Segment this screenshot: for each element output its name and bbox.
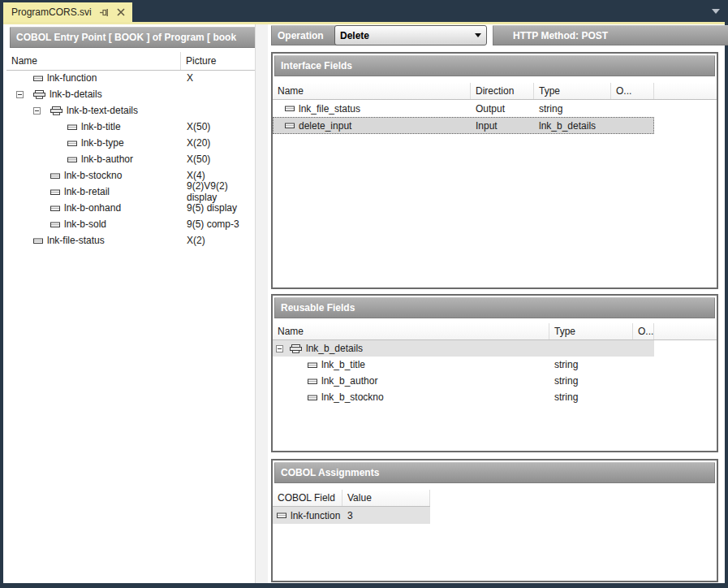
document-tab[interactable]: ProgramCORS.svi [3, 2, 132, 22]
elementary-item-icon [307, 361, 318, 369]
elementary-item-icon [67, 123, 78, 131]
tree-row[interactable]: lnk-functionX [6, 70, 255, 86]
tree-expander[interactable] [276, 345, 289, 352]
application-window: ProgramCORS.svi COBOL Entry Point [ BOOK… [0, 0, 728, 588]
tree-row[interactable]: lnk-b-text-details [6, 102, 255, 119]
tree-item-name: lnk-file-status [47, 235, 105, 246]
reusable-fields-title: Reusable Fields [274, 297, 715, 318]
column-header-value[interactable]: Value [342, 490, 430, 506]
group-item-icon [289, 344, 303, 353]
reusable-field-row[interactable]: lnk_b_authorstring [273, 373, 717, 389]
collapse-minus-icon[interactable] [33, 107, 41, 115]
field-occurs-cell [633, 373, 654, 389]
cobol-entry-point-pane: COBOL Entry Point [ BOOK ] of Program [ … [6, 24, 255, 583]
field-occurs-cell [611, 117, 654, 134]
interface-field-row[interactable]: lnk_file_statusOutputstring [273, 100, 717, 117]
tree-item-name: lnk-b-retail [64, 186, 110, 197]
elementary-item-icon [67, 140, 78, 147]
field-name-cell: delete_input [273, 117, 471, 134]
tree-item-name: lnk-b-details [50, 89, 102, 100]
elementary-item-icon [50, 188, 61, 196]
cobol-assignment-row[interactable]: lnk-function3 [273, 507, 717, 524]
tree-item-picture: X(2) [187, 232, 205, 249]
elementary-item-icon [50, 221, 61, 228]
cobol-assignments-header: COBOL Field Value [273, 490, 430, 507]
tree-row[interactable]: lnk-b-onhand9(5) display [6, 200, 255, 216]
elementary-item-icon [307, 378, 318, 385]
field-name: lnk_b_stockno [321, 391, 384, 403]
field-direction-cell: Output [471, 100, 534, 117]
reusable-field-row[interactable]: lnk_b_titlestring [273, 357, 717, 373]
tree-expander[interactable] [33, 107, 50, 115]
tree-row[interactable]: lnk-b-typeX(20) [6, 135, 255, 151]
column-header-name[interactable]: Name [6, 52, 181, 70]
reusable-field-row[interactable]: lnk_b_stocknostring [273, 389, 717, 405]
field-name: lnk_b_details [306, 343, 363, 354]
field-name: lnk_b_author [321, 375, 377, 387]
column-header-name[interactable]: Name [273, 83, 471, 99]
tree-row[interactable]: lnk-b-details [6, 86, 255, 102]
column-header-type[interactable]: Type [549, 323, 633, 339]
cobol-field-name: lnk-function [291, 510, 340, 521]
elementary-item-icon [284, 105, 295, 112]
reusable-fields-section: Reusable Fields Name Type O... lnk_b_det… [271, 294, 718, 452]
cobol-assignments-section: COBOL Assignments COBOL Field Value lnk-… [271, 459, 718, 582]
reusable-field-row[interactable]: lnk_b_details [273, 340, 717, 357]
field-occurs-cell [611, 100, 654, 117]
elementary-item-icon [284, 122, 295, 129]
column-header-type[interactable]: Type [534, 83, 611, 99]
tree-expander[interactable] [16, 91, 32, 98]
pin-icon[interactable] [100, 8, 109, 17]
field-occurs-cell [633, 340, 654, 357]
tree-item-name: lnk-b-stockno [64, 170, 122, 181]
field-direction-cell: Input [471, 117, 534, 134]
collapse-minus-icon[interactable] [276, 345, 283, 352]
elementary-item-icon [50, 172, 61, 179]
group-item-icon [50, 106, 63, 115]
tree-item-picture: X(50) [187, 151, 210, 167]
tree-item-picture: 9(5) display [187, 200, 237, 216]
tree-item-name: lnk-b-onhand [64, 202, 121, 214]
field-type-cell: string [549, 357, 633, 373]
field-name: lnk_file_status [299, 103, 360, 115]
interface-field-row[interactable]: delete_inputInputlnk_b_details [273, 117, 717, 134]
group-item-icon [32, 90, 46, 99]
field-occurs-cell [633, 389, 654, 405]
tab-title: ProgramCORS.svi [11, 6, 92, 18]
tree-row[interactable]: lnk-b-sold9(5) comp-3 [6, 216, 255, 232]
elementary-item-icon [276, 512, 287, 519]
elementary-item-icon [307, 394, 318, 401]
close-icon[interactable] [117, 8, 125, 16]
window-menu-arrow-icon[interactable] [712, 9, 720, 14]
tree-item-picture: X(20) [187, 135, 210, 151]
tree-row[interactable]: lnk-b-retail9(2)V9(2) display [6, 184, 255, 200]
column-header-occurs[interactable]: O... [633, 323, 654, 339]
collapse-minus-icon[interactable] [16, 91, 24, 98]
column-header-name[interactable]: Name [273, 323, 549, 339]
tree-row[interactable]: lnk-b-titleX(50) [6, 119, 255, 135]
selected-row-highlight: lnk-function3 [273, 507, 430, 524]
group-item-icon [50, 106, 63, 115]
field-type-cell: lnk_b_details [534, 117, 611, 134]
field-name: lnk_b_title [321, 359, 365, 370]
elementary-item-icon [276, 512, 287, 519]
column-header-direction[interactable]: Direction [471, 83, 534, 99]
tree-row[interactable]: lnk-b-authorX(50) [6, 151, 255, 167]
field-type-cell: string [534, 100, 611, 117]
reusable-fields-header: Name Type O... [273, 323, 717, 340]
elementary-item-icon [32, 75, 44, 82]
operation-dropdown-value: Delete [340, 30, 369, 41]
tree-item-name: lnk-b-text-details [67, 105, 138, 116]
operation-pane: Operation Delete HTTP Method: POST Inter… [268, 24, 725, 583]
operation-label: Operation [271, 25, 342, 45]
column-header-picture[interactable]: Picture [181, 55, 216, 67]
tree-row[interactable]: lnk-file-statusX(2) [6, 232, 255, 249]
assignment-value-cell: 3 [342, 507, 430, 524]
field-name-cell: lnk_b_title [273, 357, 549, 373]
elementary-item-icon [67, 140, 78, 147]
pane-splitter[interactable] [255, 24, 269, 583]
column-header-cobol-field[interactable]: COBOL Field [273, 490, 342, 506]
operation-dropdown[interactable]: Delete [334, 25, 487, 45]
tree-item-name: lnk-function [47, 72, 97, 84]
column-header-occurs[interactable]: O... [611, 83, 654, 99]
